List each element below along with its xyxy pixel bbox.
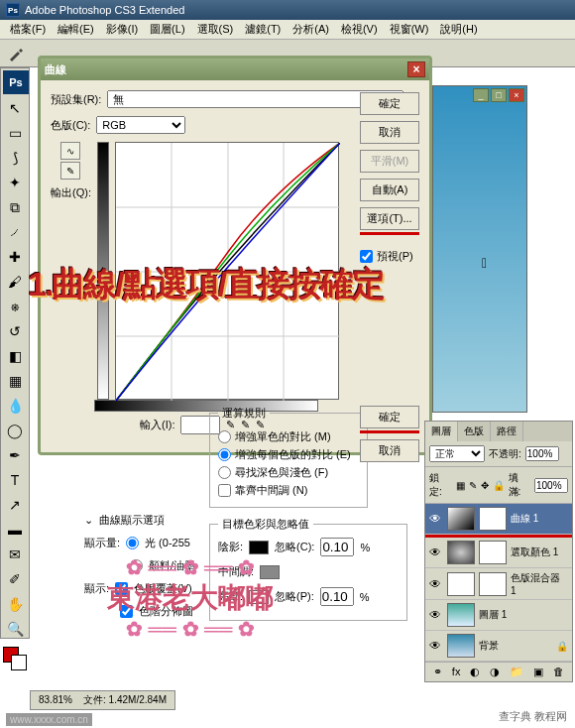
cancel-button-2[interactable]: 取消 <box>360 439 419 462</box>
menu-filter[interactable]: 濾鏡(T) <box>239 20 287 39</box>
overlay-check[interactable] <box>115 582 128 595</box>
light-radio[interactable] <box>126 537 139 549</box>
path-tool[interactable]: ↗ <box>2 493 28 517</box>
layer-mask[interactable] <box>479 572 507 596</box>
brush-tool[interactable]: 🖌 <box>2 270 28 294</box>
visibility-icon[interactable]: 👁 <box>429 608 443 622</box>
menu-image[interactable]: 影像(I) <box>100 20 144 39</box>
curve-point-tool[interactable]: ∿ <box>60 142 80 160</box>
cancel-button[interactable]: 取消 <box>360 121 419 144</box>
dialog-close-button[interactable]: × <box>407 61 425 77</box>
algo-mono-radio[interactable] <box>218 430 231 443</box>
opacity-input[interactable] <box>525 446 559 461</box>
layer-thumb[interactable] <box>447 603 475 627</box>
lock-paint-icon[interactable]: ✎ <box>469 480 477 491</box>
pen-tool[interactable]: ✒ <box>2 443 28 467</box>
layer-mask[interactable] <box>479 541 507 564</box>
preview-check[interactable] <box>360 250 373 263</box>
crop-tool[interactable]: ⧉ <box>2 195 28 219</box>
lock-trans-icon[interactable]: ▦ <box>456 480 465 491</box>
ok-button[interactable]: 確定 <box>360 92 419 115</box>
lock-move-icon[interactable]: ✥ <box>481 480 489 491</box>
tab-paths[interactable]: 路徑 <box>491 422 523 441</box>
wand-tool[interactable]: ✦ <box>2 171 28 194</box>
options-button[interactable]: 選項(T)... <box>360 207 419 230</box>
visibility-icon[interactable]: 👁 <box>429 577 443 591</box>
zoom-tool[interactable]: 🔍 <box>2 617 28 641</box>
blend-mode-select[interactable]: 正常 <box>429 445 485 462</box>
move-tool[interactable]: ↖ <box>2 96 28 120</box>
dodge-tool[interactable]: ◯ <box>2 419 28 442</box>
menu-layer[interactable]: 圖層(L) <box>144 20 190 39</box>
maximize-icon[interactable]: □ <box>491 88 507 102</box>
clip-shadow-input[interactable] <box>320 538 354 556</box>
notes-tool[interactable]: ✉ <box>2 543 28 566</box>
hist-check[interactable] <box>120 605 133 618</box>
blur-tool[interactable]: 💧 <box>2 394 28 418</box>
trash-icon[interactable]: 🗑 <box>553 666 564 678</box>
eraser-tool[interactable]: ◧ <box>2 344 28 368</box>
curve-graph[interactable] <box>115 142 339 400</box>
layer-row[interactable]: 👁 圖層 1 <box>425 600 572 631</box>
expand-icon[interactable]: ⌄ <box>84 514 93 527</box>
minimize-icon[interactable]: _ <box>473 88 489 102</box>
menu-window[interactable]: 視窗(W) <box>384 20 435 39</box>
visibility-icon[interactable]: 👁 <box>429 546 443 559</box>
mask-icon[interactable]: ◐ <box>470 666 480 678</box>
shape-tool[interactable]: ▬ <box>2 518 28 542</box>
adjust-icon[interactable]: ◑ <box>490 666 500 678</box>
lock-all-icon[interactable]: 🔒 <box>493 480 505 491</box>
channel-select[interactable]: RGB <box>96 116 185 134</box>
fx-icon[interactable]: fx <box>452 666 461 678</box>
high-swatch[interactable] <box>249 590 269 604</box>
curve-draw-tool[interactable]: ✎ <box>60 162 80 180</box>
gradient-tool[interactable]: ▦ <box>2 369 28 393</box>
history-brush-tool[interactable]: ↺ <box>2 319 28 343</box>
tab-layers[interactable]: 圖層 <box>425 422 458 441</box>
clip-high-input[interactable] <box>320 587 354 606</box>
background-color[interactable] <box>11 655 27 670</box>
new-layer-icon[interactable]: ▣ <box>533 666 543 678</box>
layer-row[interactable]: 👁 色版混合器 1 <box>425 568 572 600</box>
shadow-swatch[interactable] <box>249 541 269 554</box>
menu-analysis[interactable]: 分析(A) <box>287 20 335 39</box>
dialog-titlebar[interactable]: 曲線 × <box>41 59 429 80</box>
layer-row[interactable]: 👁 曲線 1 <box>425 504 572 535</box>
layer-row[interactable]: 👁 背景 🔒 <box>425 631 572 662</box>
layer-thumb[interactable] <box>447 507 475 531</box>
layer-thumb[interactable] <box>447 634 475 658</box>
type-tool[interactable]: T <box>2 468 28 492</box>
marquee-tool[interactable]: ▭ <box>2 121 28 145</box>
link-icon[interactable]: ⚭ <box>433 666 442 678</box>
document-window[interactable]: _ □ × 𓅯 <box>432 85 527 413</box>
ok-button-2[interactable]: 確定 <box>360 406 419 428</box>
menu-file[interactable]: 檔案(F) <box>4 20 52 39</box>
slice-tool[interactable]: ⟋ <box>2 220 28 244</box>
layer-thumb[interactable] <box>447 572 475 596</box>
menu-select[interactable]: 選取(S) <box>191 20 240 39</box>
menu-edit[interactable]: 編輯(E) <box>52 20 100 39</box>
color-swatches[interactable] <box>1 645 29 680</box>
mid-swatch[interactable] <box>260 565 280 579</box>
visibility-icon[interactable]: 👁 <box>429 639 443 653</box>
menu-view[interactable]: 檢視(V) <box>335 20 384 39</box>
visibility-icon[interactable]: 👁 <box>429 512 443 526</box>
lasso-tool[interactable]: ⟆ <box>2 146 28 170</box>
layer-row[interactable]: 👁 選取顏色 1 <box>425 538 572 568</box>
tab-channels[interactable]: 色版 <box>458 422 491 441</box>
close-icon[interactable]: × <box>509 88 524 102</box>
layer-mask[interactable] <box>479 507 507 531</box>
eyedropper-tool[interactable]: ✐ <box>2 567 28 591</box>
stamp-tool[interactable]: ⎈ <box>2 295 28 318</box>
heal-tool[interactable]: ✚ <box>2 245 28 269</box>
algo-per-radio[interactable] <box>218 448 231 461</box>
snap-check[interactable] <box>218 484 231 497</box>
auto-button[interactable]: 自動(A) <box>360 179 419 201</box>
algo-dark-radio[interactable] <box>218 466 231 479</box>
fill-input[interactable] <box>534 478 568 493</box>
zoom-value[interactable]: 83.81% <box>39 694 72 705</box>
layer-thumb[interactable] <box>447 541 475 564</box>
pigment-radio[interactable] <box>130 559 143 572</box>
folder-icon[interactable]: 📁 <box>510 666 523 678</box>
hand-tool[interactable]: ✋ <box>2 592 28 616</box>
